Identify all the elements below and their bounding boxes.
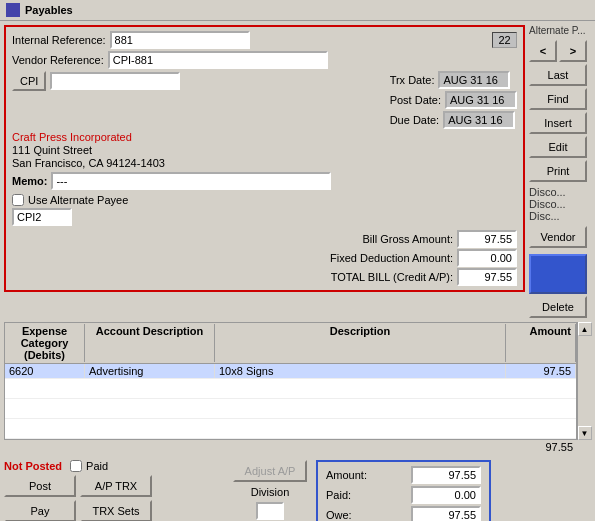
pay-trxsets-row: Pay TRX Sets <box>4 500 224 521</box>
print-button[interactable]: Print <box>529 160 587 182</box>
summary-amount-value <box>411 466 481 484</box>
internal-ref-label: Internal Reference: <box>12 34 106 46</box>
bottom-left: Not Posted Paid Post A/P TRX Pay TRX Set… <box>4 460 224 521</box>
blue-box <box>529 254 587 294</box>
summary-owe-label: Owe: <box>326 509 352 521</box>
pay-button[interactable]: Pay <box>4 500 76 521</box>
scroll-up-button[interactable]: ▲ <box>578 322 592 336</box>
division-input[interactable] <box>256 502 284 520</box>
bill-gross-row: Bill Gross Amount: <box>12 230 517 248</box>
summary-amount-label: Amount: <box>326 469 367 481</box>
vendor-ref-label: Vendor Reference: <box>12 54 104 66</box>
trx-date-label: Trx Date: <box>390 74 435 86</box>
main-form-panel: Internal Reference: 22 Vendor Reference:… <box>4 25 525 318</box>
total-bill-row: TOTAL BILL (Credit A/P): <box>12 268 517 286</box>
cell-expense: 6620 <box>5 364 85 378</box>
last-button[interactable]: Last <box>529 64 587 86</box>
amounts-section: Bill Gross Amount: Fixed Deduction Amoun… <box>12 230 517 286</box>
col-desc: Description <box>215 324 506 362</box>
table-row <box>5 399 576 419</box>
cpi-extra-input[interactable] <box>50 72 180 90</box>
ap-trx-button[interactable]: A/P TRX <box>80 475 152 497</box>
disco-label-2: Disco... <box>529 198 591 210</box>
cell-account: Advertising <box>85 364 215 378</box>
internal-ref-input[interactable] <box>110 31 250 49</box>
grid-header: Expense Category(Debits) Account Descrip… <box>5 323 576 364</box>
fixed-ded-label: Fixed Deduction Amount: <box>330 252 453 264</box>
data-grid: Expense Category(Debits) Account Descrip… <box>4 322 577 440</box>
disco-label-1: Disco... <box>529 186 591 198</box>
trx-date-input[interactable] <box>438 71 510 89</box>
edit-button[interactable]: Edit <box>529 136 587 158</box>
app-icon <box>6 3 20 17</box>
internal-ref-row: Internal Reference: 22 <box>12 31 517 49</box>
due-date-input[interactable] <box>443 111 515 129</box>
cpi-row: CPI <box>12 71 384 91</box>
bill-gross-label: Bill Gross Amount: <box>363 233 453 245</box>
cpi2-input[interactable] <box>12 208 72 226</box>
fixed-ded-row: Fixed Deduction Amount: <box>12 249 517 267</box>
trx-sets-button[interactable]: TRX Sets <box>80 500 152 521</box>
col-amount: Amount <box>506 324 576 362</box>
title-bar: Payables <box>0 0 595 21</box>
alt-payee-label: Use Alternate Payee <box>28 194 128 206</box>
due-date-row: Due Date: <box>390 111 517 129</box>
fixed-ded-input[interactable] <box>457 249 517 267</box>
alt-payee-row: Use Alternate Payee <box>12 194 517 206</box>
total-bill-input[interactable] <box>457 268 517 286</box>
paid-checkbox[interactable] <box>70 460 82 472</box>
post-date-row: Post Date: <box>390 91 517 109</box>
vendor-address2: San Francisco, CA 94124-1403 <box>12 157 165 169</box>
summary-paid-row: Paid: <box>326 486 481 504</box>
memo-input[interactable] <box>51 172 331 190</box>
grid-total-value: 97.55 <box>545 441 573 453</box>
find-button[interactable]: Find <box>529 88 587 110</box>
date-section: Trx Date: Post Date: Due Date: <box>390 71 517 129</box>
delete-button[interactable]: Delete <box>529 296 587 318</box>
cell-desc: 10x8 Signs <box>215 364 506 378</box>
insert-button[interactable]: Insert <box>529 112 587 134</box>
scrollbar[interactable]: ▲ ▼ <box>577 322 591 440</box>
next-button[interactable]: > <box>559 40 587 62</box>
summary-paid-value <box>411 486 481 504</box>
form-box: Internal Reference: 22 Vendor Reference:… <box>4 25 525 292</box>
disco-label-3: Disc... <box>529 210 591 222</box>
paid-label: Paid <box>86 460 108 472</box>
cell-amount: 97.55 <box>506 364 576 378</box>
vendor-button[interactable]: Vendor <box>529 226 587 248</box>
summary-amount-row: Amount: <box>326 466 481 484</box>
bill-gross-input[interactable] <box>457 230 517 248</box>
vendor-details: Craft Press Incorporated 111 Quint Stree… <box>12 131 165 170</box>
col-account: Account Description <box>85 324 215 362</box>
vendor-ref-input[interactable] <box>108 51 328 69</box>
paid-check-row: Paid <box>70 460 108 472</box>
scroll-down-button[interactable]: ▼ <box>578 426 592 440</box>
vendor-name: Craft Press Incorporated <box>12 131 165 143</box>
ref-number: 22 <box>492 32 517 48</box>
nav-row: < > <box>529 40 591 62</box>
vendor-ref-row: Vendor Reference: <box>12 51 517 69</box>
memo-label: Memo: <box>12 175 47 187</box>
grid-wrapper: Expense Category(Debits) Account Descrip… <box>4 322 591 440</box>
total-bill-label: TOTAL BILL (Credit A/P): <box>331 271 453 283</box>
table-row <box>5 379 576 399</box>
bottom-section: Not Posted Paid Post A/P TRX Pay TRX Set… <box>0 456 595 521</box>
prev-button[interactable]: < <box>529 40 557 62</box>
vendor-address1: 111 Quint Street <box>12 144 165 156</box>
summary-paid-label: Paid: <box>326 489 351 501</box>
due-date-label: Due Date: <box>390 114 440 126</box>
adjust-ap-button[interactable]: Adjust A/P <box>233 460 307 482</box>
bottom-middle: Adjust A/P Division <box>230 460 310 520</box>
memo-row: Memo: <box>12 172 517 190</box>
table-row[interactable]: 6620 Advertising 10x8 Signs 97.55 <box>5 364 576 379</box>
post-date-label: Post Date: <box>390 94 441 106</box>
summary-box: Amount: Paid: Owe: <box>316 460 491 521</box>
cpi-button[interactable]: CPI <box>12 71 46 91</box>
summary-owe-value <box>411 506 481 521</box>
post-date-input[interactable] <box>445 91 517 109</box>
alt-payee-checkbox[interactable] <box>12 194 24 206</box>
window-title: Payables <box>25 4 73 16</box>
post-button[interactable]: Post <box>4 475 76 497</box>
trx-date-row: Trx Date: <box>390 71 517 89</box>
alternate-p-label: Alternate P... <box>529 25 591 36</box>
